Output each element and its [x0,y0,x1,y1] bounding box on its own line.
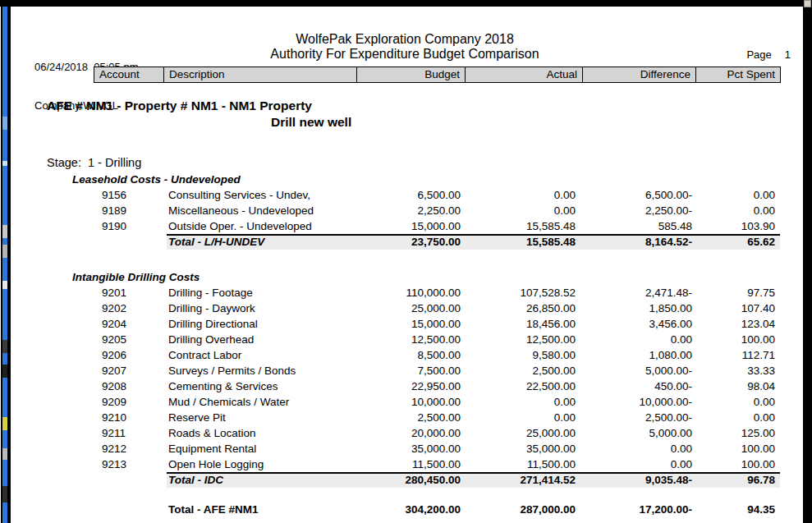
report-preview-window: 06/24/2018 05:05 pm Company:WINGL WolfeP… [0,0,812,523]
pct-spent-cell: 107.40 [696,300,775,316]
table-row: 9206Contract Labor8,500.009,580.001,080.… [0,347,812,363]
pct-spent-cell: 123.04 [696,316,775,332]
description-cell: Open Hole Logging [168,456,356,472]
difference-cell: 1,850.00 [583,300,692,316]
window-top-border [0,0,812,7]
pct-spent-cell: 94.35 [696,502,775,517]
table-row: 9202Drilling - Daywork25,000.0026,850.00… [0,300,812,316]
section-header-row: Leasehold Costs - Undeveloped [0,172,812,187]
pct-spent-cell: 0.00 [696,410,775,425]
pct-spent-cell: 33.33 [696,363,775,378]
stage-label: Stage: 1 - Drilling [47,156,141,169]
budget-cell: 35,000.00 [357,441,461,456]
difference-cell: 2,250.00- [583,203,692,218]
account-cell: 9204 [94,316,164,332]
grand-total-label: Total - AFE #NM1 [168,502,356,517]
column-header-difference: Difference [583,67,696,82]
account-cell: 9212 [94,441,164,456]
description-cell: Equipment Rental [168,441,356,456]
budget-cell: 304,200.00 [357,502,461,517]
budget-cell: 25,000.00 [357,300,461,316]
budget-cell: 2,250.00 [357,203,461,218]
budget-cell: 8,500.00 [357,347,461,363]
description-cell: Miscellaneous - Undeveloped [168,203,356,218]
difference-cell: 1,080.00 [583,347,692,363]
description-cell: Mud / Chemicals / Water [168,394,356,410]
actual-cell: 271,414.52 [466,472,576,488]
column-header-pct-spent: Pct Spent [696,67,780,82]
column-header-row: Account Description Budget Actual Differ… [94,67,781,83]
budget-cell: 280,450.00 [357,472,461,488]
budget-cell: 22,950.00 [357,378,461,394]
difference-cell: 0.00 [583,441,692,456]
pct-spent-cell: 0.00 [696,394,775,410]
budget-cell: 7,500.00 [357,363,461,378]
column-header-description: Description [164,67,357,82]
report-body: Leasehold Costs - Undeveloped9156Consult… [0,172,812,502]
account-cell: 9202 [94,300,164,316]
budget-cell: 15,000.00 [357,218,461,234]
section-title: Leasehold Costs - Undeveloped [72,172,241,187]
description-cell: Reserve Pit [168,410,356,425]
account-cell: 9208 [94,378,164,394]
description-cell: Cementing & Services [168,378,356,394]
difference-cell: 450.00- [583,378,692,394]
difference-cell: 3,456.00 [583,316,692,332]
actual-cell: 287,000.00 [466,502,576,517]
section-spacer [0,488,812,502]
page-number: 1 [785,48,791,61]
table-row: 9209Mud / Chemicals / Water10,000.000.00… [0,394,812,410]
table-row: 9207Surveys / Permits / Bonds7,500.002,5… [0,363,812,378]
scroll-corner [804,0,811,7]
pct-spent-cell: 0.00 [696,203,775,218]
description-cell: Drilling - Footage [168,285,356,300]
actual-cell: 35,000.00 [466,441,576,456]
section-title: Intangible Drilling Costs [72,269,200,285]
budget-cell: 2,500.00 [357,410,461,425]
budget-cell: 11,500.00 [357,456,461,472]
pct-spent-cell: 97.75 [696,285,775,300]
difference-cell: 0.00 [583,332,692,347]
actual-cell: 0.00 [466,394,576,410]
description-cell: Roads & Location [168,425,356,441]
pct-spent-cell: 96.78 [696,472,775,488]
report-title-line1: WolfePak Exploration Company 2018 [117,32,692,47]
afe-heading: AFE # NM1 - Property # NM1 - NM1 Propert… [47,99,312,113]
actual-cell: 0.00 [466,410,576,425]
actual-cell: 0.00 [466,203,576,218]
table-row: 9212Equipment Rental35,000.0035,000.000.… [0,441,812,456]
pct-spent-cell: 0.00 [696,187,775,203]
table-row: 9156Consulting Services - Undev,6,500.00… [0,187,812,203]
actual-cell: 26,850.00 [466,300,576,316]
pct-spent-cell: 112.71 [696,347,775,363]
account-cell: 9189 [94,203,164,218]
account-cell: 9205 [94,332,164,347]
window-edge-fragment [2,117,7,130]
difference-cell: 2,471.48- [583,285,692,300]
report-title-line2: Authority For Expenditure Budget Compari… [117,47,692,62]
pct-spent-cell: 100.00 [696,456,775,472]
difference-cell: 0.00 [583,456,692,472]
pct-spent-cell: 103.90 [696,218,775,234]
section-header-row: Intangible Drilling Costs [0,269,812,285]
actual-cell: 15,585.48 [466,234,576,250]
difference-cell: 10,000.00- [583,394,692,410]
pct-spent-cell: 65.62 [696,234,775,250]
actual-cell: 11,500.00 [466,456,576,472]
afe-subheading: Drill new well [271,115,351,130]
column-header-actual: Actual [466,67,583,82]
total-label: Total - L/H-UNDEV [168,234,356,250]
account-cell: 9210 [94,410,164,425]
actual-cell: 9,580.00 [466,347,576,363]
description-cell: Surveys / Permits / Bonds [168,363,356,378]
table-row: 9208Cementing & Services22,950.0022,500.… [0,378,812,394]
window-edge-fragment [2,161,7,166]
table-row: 9201Drilling - Footage110,000.00107,528.… [0,285,812,300]
description-cell: Outside Oper. - Undeveloped [168,218,356,234]
actual-cell: 15,585.48 [466,218,576,234]
actual-cell: 107,528.52 [466,285,576,300]
table-row: 9210Reserve Pit2,500.000.002,500.00-0.00 [0,410,812,425]
description-cell: Drilling Directional [168,316,356,332]
budget-cell: 12,500.00 [357,332,461,347]
section-spacer [0,250,812,269]
